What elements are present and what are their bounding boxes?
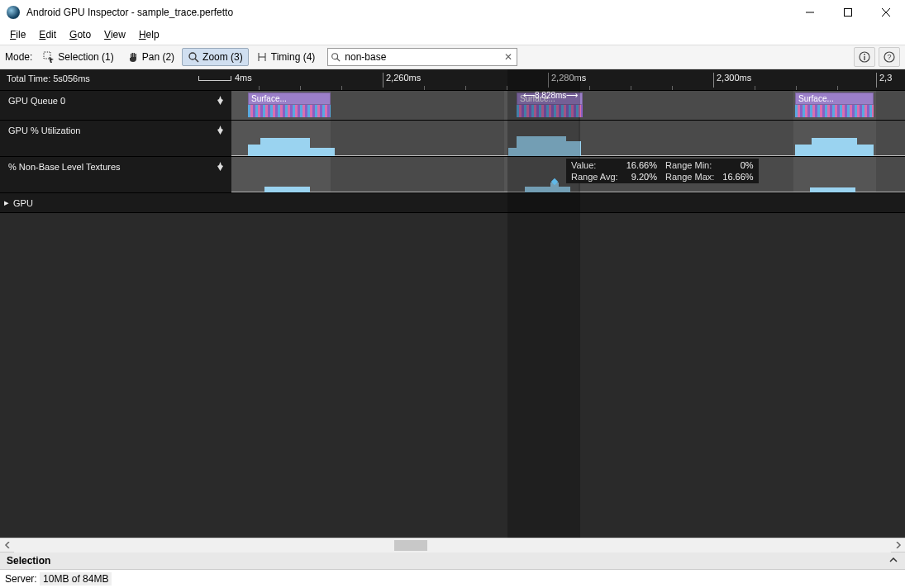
menu-file[interactable]: File <box>3 27 32 42</box>
close-button[interactable] <box>867 0 905 25</box>
mode-selection[interactable]: Selection (1) <box>37 48 119 66</box>
selection-panel-title: Selection <box>7 555 50 567</box>
menu-goto[interactable]: Goto <box>63 27 98 42</box>
surface-block[interactable]: Surface... <box>248 92 331 117</box>
window-controls <box>791 0 905 25</box>
app-icon <box>7 6 20 19</box>
track-gpu-queue: GPU Queue 0 Surface... Surface... Surfac… <box>0 91 905 121</box>
svg-rect-14 <box>864 56 865 60</box>
clear-search-button[interactable]: ✕ <box>500 51 517 63</box>
pin-icon[interactable] <box>216 126 225 136</box>
timeline[interactable]: Total Time: 5s056ms 4ms 2,260ms 2,280ms … <box>0 69 905 538</box>
track-textures: % Non-Base Level Textures Value:16.66% R… <box>0 157 905 193</box>
pin-icon[interactable] <box>216 162 225 173</box>
search-box[interactable]: ✕ <box>327 48 517 66</box>
track-label-gpu-queue: GPU Queue 0 <box>0 91 231 120</box>
scroll-left-button[interactable] <box>0 538 14 552</box>
horizontal-scrollbar[interactable] <box>0 538 905 552</box>
selection-region[interactable] <box>507 69 580 538</box>
scroll-right-button[interactable] <box>891 538 905 552</box>
mode-pan[interactable]: Pan (2) <box>121 48 180 66</box>
svg-rect-1 <box>845 9 852 17</box>
timing-icon <box>256 51 268 63</box>
menubar: File Edit Goto View Help <box>0 25 905 45</box>
mode-zoom[interactable]: Zoom (3) <box>182 48 249 66</box>
pan-icon <box>127 51 139 63</box>
scrollbar-thumb[interactable] <box>394 540 427 551</box>
tooltip: Value:16.66% Range Min:0% Range Avg:9.20… <box>566 159 759 183</box>
mode-pan-label: Pan (2) <box>142 51 174 63</box>
svg-point-13 <box>864 54 865 55</box>
track-gpu-util: GPU % Utilization <box>0 121 905 157</box>
minimize-button[interactable] <box>791 0 829 25</box>
surface-block[interactable]: Surface... <box>795 92 874 117</box>
ruler-scale: 4ms <box>198 73 252 83</box>
menu-help[interactable]: Help <box>132 27 166 42</box>
selection-icon <box>43 51 55 63</box>
svg-point-10 <box>332 54 338 59</box>
track-label-textures: % Non-Base Level Textures <box>0 157 231 192</box>
total-time-label: Total Time: 5s056ms <box>0 69 231 90</box>
selection-panel-header[interactable]: Selection <box>0 552 905 570</box>
ruler-tick: 2,300ms <box>713 73 751 88</box>
statusbar: Server: 10MB of 84MB <box>0 570 905 588</box>
menu-view[interactable]: View <box>98 27 132 42</box>
mode-selection-label: Selection (1) <box>58 51 113 63</box>
svg-text:?: ? <box>887 53 891 61</box>
ruler-tick: 2,3 <box>876 73 892 88</box>
track-gpu-expand[interactable]: ▸ GPU <box>0 193 905 213</box>
chevron-up-icon <box>888 555 898 567</box>
toolbar: Mode: Selection (1) Pan (2) Zoom (3) Tim… <box>0 45 905 69</box>
chevron-right-icon: ▸ <box>0 197 13 208</box>
svg-line-11 <box>337 59 340 61</box>
svg-line-6 <box>195 59 198 62</box>
selection-width-label: ⟵8.828ms⟶ <box>523 91 578 100</box>
mode-timing-label: Timing (4) <box>271 51 316 63</box>
track-label-gpu-util: GPU % Utilization <box>0 121 231 156</box>
help-button[interactable]: ? <box>879 47 900 67</box>
window-title: Android GPU Inspector - sample_trace.per… <box>26 7 233 18</box>
mode-zoom-label: Zoom (3) <box>202 51 243 63</box>
info-button[interactable] <box>854 47 875 67</box>
search-input[interactable] <box>343 51 500 63</box>
search-icon <box>328 52 343 62</box>
scrollbar-track[interactable] <box>14 538 891 552</box>
server-label: Server: <box>5 573 37 585</box>
svg-point-5 <box>189 53 196 59</box>
zoom-icon <box>188 51 199 63</box>
ruler-tick: 2,260ms <box>383 73 421 88</box>
mode-timing[interactable]: Timing (4) <box>250 48 322 66</box>
timeline-header: Total Time: 5s056ms 4ms 2,260ms 2,280ms … <box>0 69 905 91</box>
mode-label: Mode: <box>5 51 32 63</box>
server-memory: 10MB of 84MB <box>40 572 112 586</box>
maximize-button[interactable] <box>829 0 867 25</box>
pin-icon[interactable] <box>216 96 225 107</box>
menu-edit[interactable]: Edit <box>32 27 63 42</box>
timeline-empty-area[interactable] <box>0 213 905 538</box>
titlebar: Android GPU Inspector - sample_trace.per… <box>0 0 905 25</box>
